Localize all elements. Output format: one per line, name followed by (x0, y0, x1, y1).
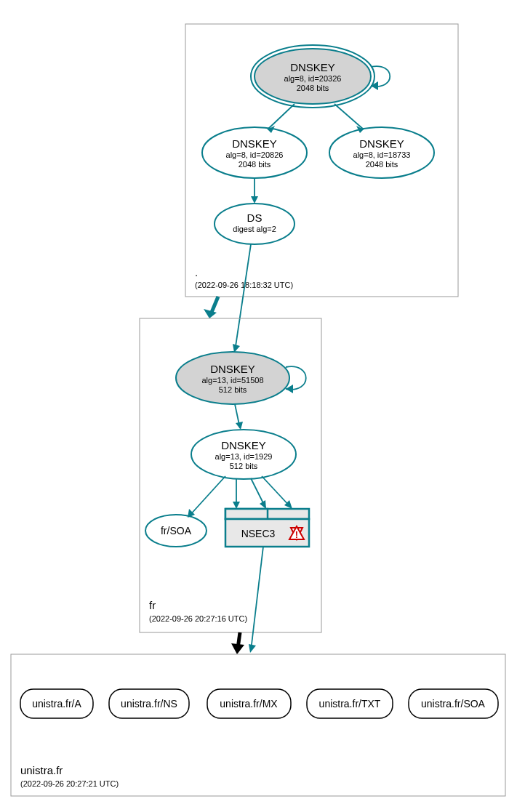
svg-marker-31 (236, 422, 243, 430)
zone-name-root: . (195, 266, 198, 278)
rrset-soa: unistra.fr/SOA (409, 689, 498, 718)
svg-text:DNSKEY: DNSKEY (290, 61, 335, 73)
rrset-a: unistra.fr/A (20, 689, 93, 718)
edge-root-ksk-zsk2 (334, 104, 364, 129)
svg-text:!: ! (295, 529, 298, 540)
svg-text:DNSKEY: DNSKEY (221, 439, 266, 451)
svg-text:unistra.fr/TXT: unistra.fr/TXT (319, 698, 381, 710)
svg-text:unistra.fr/SOA: unistra.fr/SOA (421, 698, 486, 710)
svg-text:unistra.fr/A: unistra.fr/A (32, 698, 81, 710)
edge-fr-zsk-soa (189, 476, 225, 516)
svg-text:DS: DS (247, 212, 262, 224)
node-fr-zsk: DNSKEY alg=13, id=1929 512 bits (191, 430, 296, 479)
edge-root-ksk-zsk1 (268, 104, 294, 129)
rrset-mx: unistra.fr/MX (207, 689, 291, 718)
node-root-ds: DS digest alg=2 (215, 204, 294, 244)
svg-text:fr/SOA: fr/SOA (161, 525, 192, 536)
svg-text:alg=8, id=18733: alg=8, id=18733 (353, 150, 411, 159)
svg-text:alg=8, id=20826: alg=8, id=20826 (226, 150, 284, 159)
svg-text:NSEC3: NSEC3 (241, 528, 276, 539)
svg-text:2048 bits: 2048 bits (239, 160, 271, 169)
edge-ds-frksk (235, 244, 251, 351)
svg-marker-42 (233, 502, 240, 509)
dnssec-graph: . (2022-09-26 18:18:32 UTC) DNSKEY alg=8… (0, 0, 517, 812)
svg-text:2048 bits: 2048 bits (366, 160, 398, 169)
node-fr-nsec3: NSEC3 ! (225, 509, 309, 547)
rrset-ns: unistra.fr/NS (109, 689, 189, 718)
svg-text:unistra.fr/NS: unistra.fr/NS (121, 698, 177, 710)
svg-marker-19 (251, 196, 258, 204)
svg-text:2048 bits: 2048 bits (297, 84, 329, 92)
svg-marker-45 (249, 644, 256, 653)
svg-text:DNSKEY: DNSKEY (359, 137, 404, 150)
zone-box-unistra (11, 654, 505, 796)
node-root-zsk2: DNSKEY alg=8, id=18733 2048 bits (329, 127, 434, 178)
node-fr-soa: fr/SOA (145, 515, 207, 547)
edge-fr-zsk-nsec3-c (262, 476, 291, 507)
svg-point-16 (215, 204, 294, 244)
svg-text:unistra.fr/MX: unistra.fr/MX (220, 698, 278, 710)
svg-rect-36 (225, 509, 268, 519)
zone-name-unistra: unistra.fr (20, 764, 63, 776)
zone-name-fr: fr (149, 599, 156, 611)
svg-text:512 bits: 512 bits (230, 462, 258, 470)
svg-text:512 bits: 512 bits (219, 385, 247, 394)
node-root-ksk: DNSKEY alg=8, id=20326 2048 bits (251, 45, 374, 108)
rrset-txt: unistra.fr/TXT (307, 689, 393, 718)
svg-text:DNSKEY: DNSKEY (232, 137, 277, 150)
svg-text:digest alg=2: digest alg=2 (233, 225, 276, 233)
svg-marker-20 (204, 309, 217, 318)
node-fr-ksk: DNSKEY alg=13, id=51508 512 bits (176, 352, 289, 404)
zone-ts-fr: (2022-09-26 20:27:16 UTC) (149, 614, 247, 623)
svg-text:alg=13, id=51508: alg=13, id=51508 (201, 376, 263, 385)
zone-ts-unistra: (2022-09-26 20:27:21 UTC) (20, 779, 119, 788)
svg-marker-5 (371, 81, 378, 90)
svg-text:alg=13, id=1929: alg=13, id=1929 (215, 452, 273, 461)
svg-text:alg=8, id=20326: alg=8, id=20326 (284, 74, 342, 83)
edge-nsec3-unistra (251, 547, 263, 651)
svg-text:DNSKEY: DNSKEY (210, 363, 255, 375)
node-root-zsk1: DNSKEY alg=8, id=20826 2048 bits (202, 127, 307, 178)
svg-marker-46 (231, 643, 244, 654)
